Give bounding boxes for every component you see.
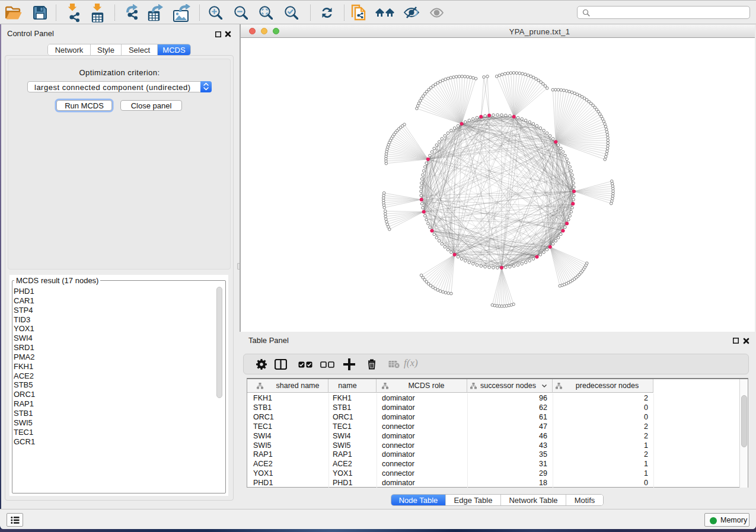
svg-text:f(x): f(x) — [404, 357, 418, 368]
